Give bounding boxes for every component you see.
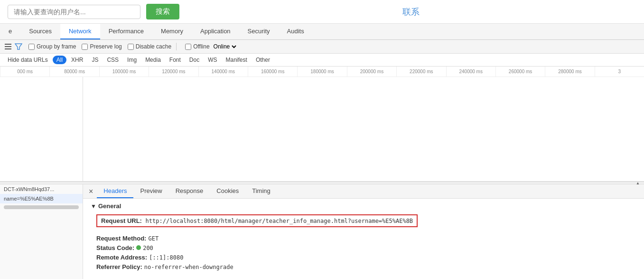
timeline-tick-0: 000 ms xyxy=(0,67,49,77)
group-by-frame-label[interactable]: Group by frame xyxy=(28,43,76,50)
timeline-tick-4: 140000 ms xyxy=(198,67,248,77)
svg-rect-2 xyxy=(5,48,11,49)
details-panel: × Headers Preview Response Cookies Timin… xyxy=(83,184,644,279)
remote-address-value: [::1]:8080 xyxy=(149,254,183,261)
online-select[interactable]: Online xyxy=(212,43,238,50)
request-method-value: GET xyxy=(148,235,159,242)
filter-row: Hide data URLs All XHR JS CSS Img Media … xyxy=(0,54,644,67)
tab-application[interactable]: Application xyxy=(192,24,239,39)
request-method-label: Request Method: xyxy=(96,235,146,242)
filter-xhr-button[interactable]: XHR xyxy=(67,56,87,64)
section-arrow-icon: ▼ xyxy=(91,203,96,210)
filter-media-button[interactable]: Media xyxy=(141,56,165,64)
tab-cookies[interactable]: Cookies xyxy=(210,184,245,198)
request-method-row: Request Method: GET xyxy=(96,235,636,242)
general-section: ▼ General Request URL: http://localhost:… xyxy=(83,199,644,277)
status-dot-icon xyxy=(136,245,141,250)
tab-memory[interactable]: Memory xyxy=(152,24,192,39)
online-select-group: Online xyxy=(212,43,238,50)
filter-manifest-button[interactable]: Manifest xyxy=(222,56,251,64)
timeline-tick-10: 260000 ms xyxy=(495,67,545,77)
timeline-row: 000 ms 80000 ms 100000 ms 120000 ms 1400… xyxy=(0,67,644,77)
referrer-policy-value: no-referrer-when-downgrade xyxy=(144,264,233,270)
timeline-tick-2: 100000 ms xyxy=(99,67,149,77)
tab-preview[interactable]: Preview xyxy=(133,184,168,198)
group-by-frame-checkbox[interactable] xyxy=(28,44,35,50)
filter-js-button[interactable]: JS xyxy=(88,56,102,64)
filter-ws-button[interactable]: WS xyxy=(204,56,221,64)
svg-rect-0 xyxy=(5,44,11,45)
disable-cache-checkbox[interactable] xyxy=(128,44,134,50)
devtools-tabs: e Sources Network Performance Memory App… xyxy=(0,24,644,40)
timeline-tick-12: 3 xyxy=(595,67,644,77)
separator xyxy=(176,43,177,50)
section-header-general[interactable]: ▼ General xyxy=(91,202,636,210)
tab-network[interactable]: Network xyxy=(60,24,100,39)
remote-address-row: Remote Address: [::1]:8080 xyxy=(96,254,636,261)
svg-marker-3 xyxy=(15,44,22,49)
bottom-panel: DCT-xWNm8Hqd37... name=%E5%AE%8B × Heade… xyxy=(0,184,644,279)
filter-css-button[interactable]: CSS xyxy=(103,56,122,64)
filter-font-button[interactable]: Font xyxy=(166,56,185,64)
timeline-tick-11: 280000 ms xyxy=(545,67,594,77)
page-title: 联系 xyxy=(185,6,636,18)
timeline-tick-3: 120000 ms xyxy=(149,67,198,77)
details-tabs: × Headers Preview Response Cookies Timin… xyxy=(83,184,644,199)
tab-timing[interactable]: Timing xyxy=(245,184,277,198)
filter-icon[interactable] xyxy=(14,42,23,51)
preserve-log-checkbox[interactable] xyxy=(82,44,88,50)
search-input[interactable] xyxy=(8,5,140,19)
hide-data-urls-button[interactable]: Hide data URLs xyxy=(4,56,52,64)
tab-headers[interactable]: Headers xyxy=(97,184,133,198)
status-code-value: 200 xyxy=(143,245,153,251)
list-item[interactable]: name=%E5%AE%8B xyxy=(0,194,83,203)
section-title-general: General xyxy=(98,202,121,210)
referrer-policy-row: Referrer Policy: no-referrer-when-downgr… xyxy=(96,263,636,270)
requests-panel xyxy=(0,77,83,181)
offline-label[interactable]: Offline xyxy=(185,43,209,50)
tab-security[interactable]: Security xyxy=(239,24,279,39)
tab-e[interactable]: e xyxy=(0,24,20,39)
svg-rect-1 xyxy=(5,46,11,47)
offline-checkbox[interactable] xyxy=(185,44,191,50)
list-item[interactable]: DCT-xWNm8Hqd37... xyxy=(0,184,83,194)
filter-img-button[interactable]: Img xyxy=(123,56,140,64)
request-url-label: Request URL: xyxy=(101,217,142,224)
search-button[interactable]: 搜索 xyxy=(146,4,179,19)
filter-other-button[interactable]: Other xyxy=(252,56,274,64)
timeline-panel xyxy=(83,77,644,181)
timeline-tick-9: 240000 ms xyxy=(446,67,495,77)
tab-performance[interactable]: Performance xyxy=(100,24,152,39)
timeline-tick-6: 180000 ms xyxy=(297,67,346,77)
timeline-tick-1: 80000 ms xyxy=(49,67,99,77)
request-url-box: Request URL: http://localhost:8080/html/… xyxy=(96,214,418,227)
status-code-row: Status Code: 200 xyxy=(96,244,636,251)
referrer-policy-label: Referrer Policy: xyxy=(96,263,142,270)
timeline-tick-5: 160000 ms xyxy=(248,67,297,77)
tab-audits[interactable]: Audits xyxy=(279,24,313,39)
remote-address-label: Remote Address: xyxy=(96,254,147,261)
preserve-log-label[interactable]: Preserve log xyxy=(82,43,121,50)
disable-cache-label[interactable]: Disable cache xyxy=(128,43,171,50)
main-area xyxy=(0,77,644,182)
top-bar: 搜索 联系 xyxy=(0,0,644,24)
filter-all-button[interactable]: All xyxy=(53,56,66,64)
filter-doc-button[interactable]: Doc xyxy=(186,56,203,64)
timeline-tick-7: 200000 ms xyxy=(347,67,396,77)
toolbar: Group by frame Preserve log Disable cach… xyxy=(0,40,644,54)
close-icon[interactable]: × xyxy=(87,185,97,198)
scrollbar[interactable] xyxy=(4,205,79,209)
status-code-label: Status Code: xyxy=(96,244,134,251)
left-sidebar: DCT-xWNm8Hqd37... name=%E5%AE%8B xyxy=(0,184,83,279)
request-url-value: http://localhost:8080/html/manager/teach… xyxy=(146,218,413,224)
tab-response[interactable]: Response xyxy=(169,184,210,198)
timeline-tick-8: 220000 ms xyxy=(396,67,446,77)
list-icon[interactable] xyxy=(4,42,12,51)
tab-sources[interactable]: Sources xyxy=(20,24,60,39)
